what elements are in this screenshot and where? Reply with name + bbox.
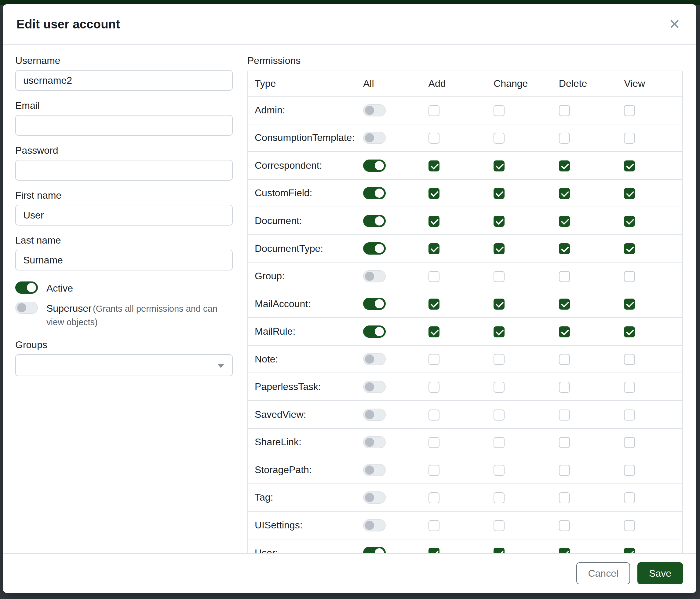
permission-view-checkbox[interactable] <box>624 327 635 337</box>
active-toggle[interactable] <box>15 282 38 294</box>
permission-change-checkbox[interactable] <box>494 520 504 531</box>
permission-change-checkbox[interactable] <box>494 133 504 144</box>
username-input[interactable] <box>15 70 233 91</box>
permission-all-toggle[interactable] <box>363 160 386 172</box>
permission-change-checkbox[interactable] <box>494 327 504 337</box>
permission-delete-checkbox[interactable] <box>559 271 570 282</box>
permission-all-toggle[interactable] <box>363 492 386 504</box>
permission-all-toggle[interactable] <box>363 381 386 393</box>
permission-add-checkbox[interactable] <box>428 105 440 116</box>
permission-change-checkbox[interactable] <box>494 492 504 503</box>
permission-delete-checkbox[interactable] <box>559 188 570 199</box>
permission-all-toggle[interactable] <box>363 547 386 553</box>
permission-add-checkbox[interactable] <box>428 409 440 421</box>
permission-change-checkbox[interactable] <box>494 298 504 310</box>
permission-all-toggle[interactable] <box>363 298 386 310</box>
permission-add-checkbox[interactable] <box>428 382 440 393</box>
email-label: Email <box>15 100 233 111</box>
permission-delete-checkbox[interactable] <box>559 520 570 531</box>
permission-change-checkbox[interactable] <box>494 409 504 421</box>
permission-add-checkbox[interactable] <box>428 271 440 282</box>
permission-all-toggle[interactable] <box>363 270 386 282</box>
permission-change-checkbox[interactable] <box>494 354 504 365</box>
permission-all-toggle[interactable] <box>363 104 386 116</box>
permission-view-checkbox[interactable] <box>624 520 635 531</box>
permission-view-checkbox[interactable] <box>624 105 635 116</box>
permission-delete-checkbox[interactable] <box>559 161 570 171</box>
permission-add-checkbox[interactable] <box>428 133 440 144</box>
permission-add-checkbox[interactable] <box>428 188 440 199</box>
permission-view-checkbox[interactable] <box>624 216 635 227</box>
permission-change-checkbox[interactable] <box>494 271 504 282</box>
permission-add-checkbox[interactable] <box>428 327 440 337</box>
permission-delete-checkbox[interactable] <box>559 243 570 254</box>
permission-view-checkbox[interactable] <box>624 492 635 503</box>
permission-delete-checkbox[interactable] <box>559 437 570 448</box>
permission-all-toggle[interactable] <box>363 436 386 448</box>
permission-add-checkbox[interactable] <box>428 548 440 553</box>
permission-add-checkbox[interactable] <box>428 298 440 310</box>
permission-add-checkbox[interactable] <box>428 354 440 365</box>
permission-change-checkbox[interactable] <box>494 465 504 476</box>
permission-add-checkbox[interactable] <box>428 437 440 448</box>
permission-delete-checkbox[interactable] <box>559 548 570 553</box>
groups-select[interactable] <box>15 354 233 376</box>
permission-add-checkbox[interactable] <box>428 492 440 503</box>
permission-delete-checkbox[interactable] <box>559 105 570 116</box>
permission-add-checkbox[interactable] <box>428 161 440 171</box>
cancel-button[interactable]: Cancel <box>576 562 630 584</box>
permission-view-checkbox[interactable] <box>624 188 635 199</box>
permission-delete-checkbox[interactable] <box>559 298 570 310</box>
save-button[interactable]: Save <box>638 562 683 584</box>
permission-add-checkbox[interactable] <box>428 520 440 531</box>
permission-view-checkbox[interactable] <box>624 354 635 365</box>
permission-change-checkbox[interactable] <box>494 188 504 199</box>
permission-delete-checkbox[interactable] <box>559 465 570 476</box>
permission-delete-checkbox[interactable] <box>559 133 570 144</box>
permission-add-checkbox[interactable] <box>428 216 440 227</box>
permission-view-checkbox[interactable] <box>624 437 635 448</box>
permission-all-toggle[interactable] <box>363 464 386 476</box>
permission-all-toggle[interactable] <box>363 353 386 365</box>
permission-delete-checkbox[interactable] <box>559 492 570 503</box>
permission-change-checkbox[interactable] <box>494 216 504 227</box>
permission-delete-checkbox[interactable] <box>559 382 570 393</box>
permission-all-toggle[interactable] <box>363 519 386 531</box>
permission-view-checkbox[interactable] <box>624 382 635 393</box>
superuser-toggle[interactable] <box>15 302 38 314</box>
toggle-knob <box>375 189 384 198</box>
permission-all-toggle[interactable] <box>363 326 386 338</box>
permission-delete-checkbox[interactable] <box>559 354 570 365</box>
permission-change-checkbox[interactable] <box>494 548 504 553</box>
permission-all-toggle[interactable] <box>363 409 386 421</box>
permission-change-checkbox[interactable] <box>494 105 504 116</box>
permission-view-checkbox[interactable] <box>624 298 635 310</box>
permission-change-checkbox[interactable] <box>494 161 504 171</box>
permission-row: CustomField: <box>248 179 682 207</box>
permission-view-checkbox[interactable] <box>624 161 635 171</box>
active-row: Active <box>15 282 233 295</box>
close-button[interactable]: ✕ <box>666 15 683 33</box>
permission-view-checkbox[interactable] <box>624 271 635 282</box>
permission-view-checkbox[interactable] <box>624 465 635 476</box>
permission-delete-checkbox[interactable] <box>559 216 570 227</box>
last-name-input[interactable] <box>15 250 233 270</box>
permission-all-toggle[interactable] <box>363 187 386 199</box>
permission-view-checkbox[interactable] <box>624 409 635 421</box>
email-input[interactable] <box>15 115 233 136</box>
permission-view-checkbox[interactable] <box>624 548 635 553</box>
permission-delete-checkbox[interactable] <box>559 409 570 421</box>
permission-delete-checkbox[interactable] <box>559 327 570 337</box>
permission-all-toggle[interactable] <box>363 215 386 227</box>
permission-view-checkbox[interactable] <box>624 133 635 144</box>
first-name-input[interactable] <box>15 205 233 225</box>
password-input[interactable] <box>15 160 233 181</box>
permission-all-toggle[interactable] <box>363 132 386 144</box>
permission-change-checkbox[interactable] <box>494 382 504 393</box>
permission-all-toggle[interactable] <box>363 242 386 255</box>
permission-change-checkbox[interactable] <box>494 243 504 254</box>
permission-add-checkbox[interactable] <box>428 465 440 476</box>
permission-change-checkbox[interactable] <box>494 437 504 448</box>
permission-add-checkbox[interactable] <box>428 243 440 254</box>
permission-view-checkbox[interactable] <box>624 243 635 254</box>
